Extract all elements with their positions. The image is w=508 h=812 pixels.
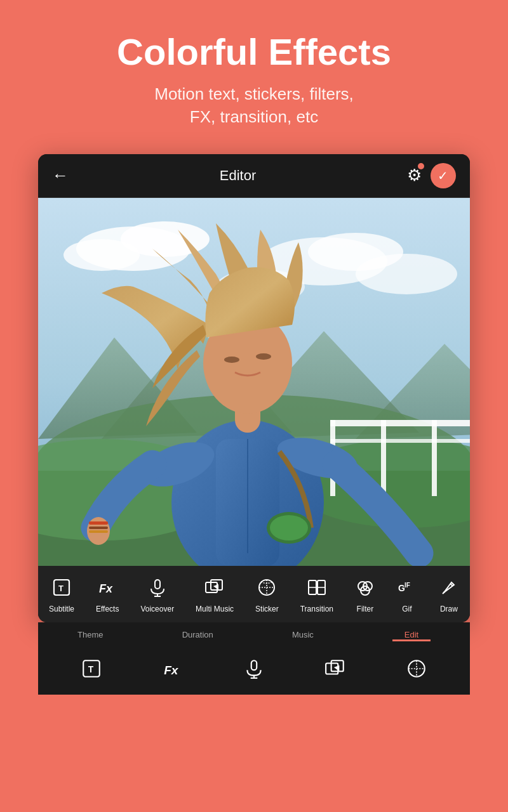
svg-text:Fx: Fx <box>99 582 113 595</box>
tab-music[interactable]: Music <box>292 629 314 641</box>
bottom-section: Theme Duration Music Edit T Fx <box>38 622 470 695</box>
check-icon: ✓ <box>438 168 448 183</box>
toolbar-items: T Subtitle Fx Effects <box>38 577 470 613</box>
settings-dot <box>418 163 424 169</box>
effects-icon: Fx <box>97 577 117 601</box>
confirm-button[interactable]: ✓ <box>431 163 456 188</box>
main-title: Colorful Effects <box>13 32 495 72</box>
toolbar-item-filter[interactable]: Filter <box>355 577 375 613</box>
svg-point-33 <box>224 357 239 363</box>
secondary-toolbar: T Fx <box>38 646 470 695</box>
svg-text:Fx: Fx <box>164 663 179 676</box>
toolbar-item-multi-music[interactable]: Multi Music <box>196 577 234 613</box>
draw-icon <box>439 577 459 601</box>
back-button[interactable]: ← <box>52 166 69 185</box>
svg-point-36 <box>270 515 308 540</box>
subtitle-label: Subtitle <box>49 605 74 613</box>
effects-label: Effects <box>96 605 119 613</box>
toolbar-item-transition[interactable]: Transition <box>300 577 333 613</box>
transition-label: Transition <box>300 605 333 613</box>
sec-music-icon[interactable] <box>324 658 346 682</box>
svg-text:T: T <box>88 664 94 674</box>
transition-icon <box>307 577 327 601</box>
filter-icon <box>355 577 375 601</box>
svg-rect-29 <box>89 527 108 529</box>
settings-button[interactable]: ⚙ <box>407 166 422 185</box>
svg-rect-28 <box>89 521 108 525</box>
sec-sticker-icon[interactable] <box>406 658 427 682</box>
toolbar: T Subtitle Fx Effects <box>38 566 470 622</box>
photo-area <box>38 198 470 566</box>
svg-point-34 <box>256 353 271 360</box>
svg-rect-20 <box>432 420 437 496</box>
top-section: Colorful Effects Motion text, stickers, … <box>0 0 508 148</box>
toolbar-item-gif[interactable]: G IF Gif <box>397 577 417 613</box>
svg-rect-61 <box>251 660 257 670</box>
tab-duration[interactable]: Duration <box>182 629 213 641</box>
editor-icons: ⚙ ✓ <box>407 163 456 188</box>
toolbar-item-sticker[interactable]: Sticker <box>255 577 279 613</box>
active-indicator <box>392 639 431 641</box>
svg-text:IF: IF <box>404 582 410 589</box>
svg-text:T: T <box>58 584 64 593</box>
svg-rect-40 <box>155 580 160 589</box>
editor-header: ← Editor ⚙ ✓ <box>38 154 470 198</box>
toolbar-item-subtitle[interactable]: T Subtitle <box>49 577 74 613</box>
gif-icon: G IF <box>397 577 417 601</box>
sec-subtitle-icon[interactable]: T <box>81 658 102 682</box>
sec-voiceover-icon[interactable] <box>243 658 265 682</box>
svg-point-3 <box>64 239 140 271</box>
draw-label: Draw <box>440 605 458 613</box>
editor-card: ← Editor ⚙ ✓ <box>38 154 470 622</box>
multi-music-label: Multi Music <box>196 605 234 613</box>
svg-point-6 <box>356 254 457 294</box>
toolbar-item-effects[interactable]: Fx Effects <box>96 577 119 613</box>
svg-rect-30 <box>89 530 108 533</box>
filter-label: Filter <box>357 605 374 613</box>
tab-theme[interactable]: Theme <box>77 629 103 641</box>
subtitle-icon: T <box>51 577 72 601</box>
toolbar-item-draw[interactable]: Draw <box>439 577 459 613</box>
sticker-label: Sticker <box>255 605 279 613</box>
editor-title: Editor <box>220 167 256 184</box>
svg-rect-16 <box>330 420 470 426</box>
multi-music-icon <box>204 577 225 601</box>
sec-effects-icon[interactable]: Fx <box>162 658 184 682</box>
sub-title: Motion text, stickers, filters, FX, tran… <box>13 82 495 129</box>
tab-edit[interactable]: Edit <box>392 629 431 641</box>
photo-content <box>38 198 470 566</box>
toolbar-item-voiceover[interactable]: Voiceover <box>140 577 174 613</box>
voiceover-label: Voiceover <box>140 605 174 613</box>
voiceover-icon <box>147 577 168 601</box>
sticker-icon <box>257 577 277 601</box>
svg-rect-19 <box>381 420 386 496</box>
tab-row: Theme Duration Music Edit <box>38 622 470 646</box>
svg-rect-17 <box>330 439 470 443</box>
gif-label: Gif <box>402 605 411 613</box>
